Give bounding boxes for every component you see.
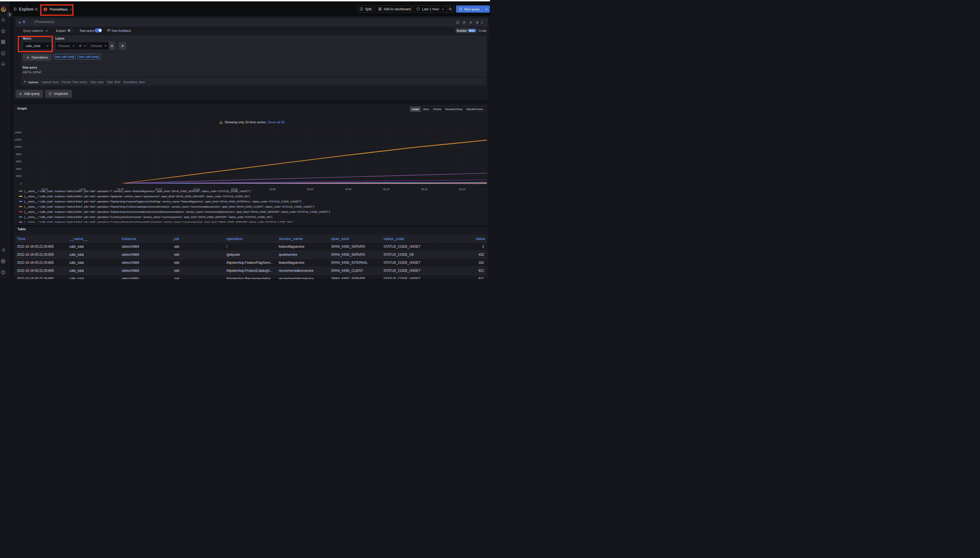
svg-text:2000: 2000 xyxy=(16,175,21,177)
svg-text:14000: 14000 xyxy=(14,131,21,134)
svg-text:00:05: 00:05 xyxy=(345,188,352,191)
svg-text:6000: 6000 xyxy=(16,160,21,163)
svg-text:12000: 12000 xyxy=(14,138,21,141)
svg-text:00:20: 00:20 xyxy=(459,188,465,191)
svg-text:4000: 4000 xyxy=(16,167,21,170)
svg-text:8000: 8000 xyxy=(16,153,21,156)
svg-text:10000: 10000 xyxy=(14,145,21,148)
svg-text:00:15: 00:15 xyxy=(421,188,428,191)
svg-text:0: 0 xyxy=(20,182,21,185)
svg-text:00:10: 00:10 xyxy=(383,188,390,191)
